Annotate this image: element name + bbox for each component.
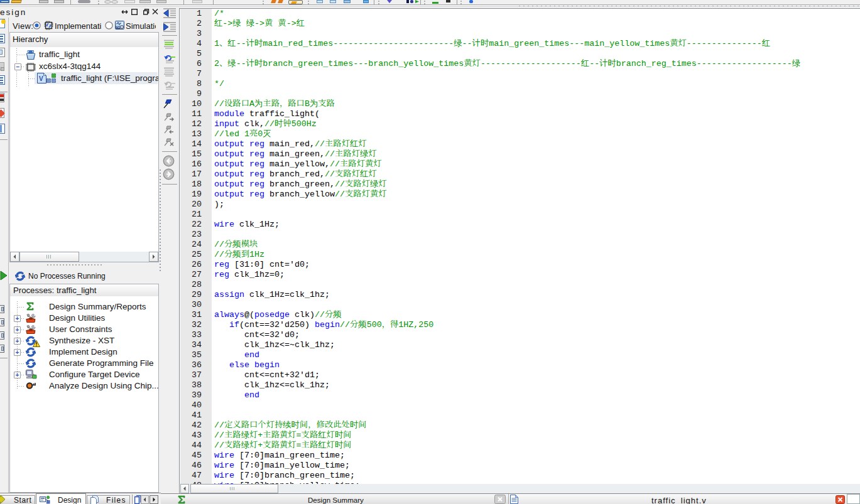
- svg-text:V: V: [39, 75, 43, 82]
